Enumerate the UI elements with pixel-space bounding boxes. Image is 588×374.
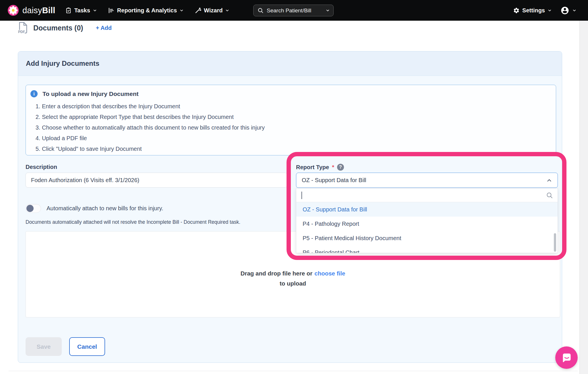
brand-name: daisyBill	[22, 6, 55, 15]
browser-scrollbar-track[interactable]	[579, 21, 588, 374]
page-footer-divider	[9, 371, 578, 371]
dropdown-search-input[interactable]	[296, 188, 558, 202]
dropzone-line1: Drag and drop file here orchoose file	[26, 268, 560, 278]
top-navbar: daisyBill Tasks Reporting & Analytics	[0, 0, 588, 21]
dropdown-option-p4[interactable]: P4 - Pathology Report	[296, 217, 558, 231]
text-cursor	[301, 192, 302, 199]
nav-tasks-label: Tasks	[74, 7, 90, 14]
brand-logo[interactable]: daisyBill	[7, 5, 55, 16]
help-icon[interactable]: ?	[337, 164, 344, 171]
report-type-label-row: Report Type * ?	[296, 164, 344, 171]
instruction-step: Enter a description that describes the I…	[42, 101, 556, 112]
report-type-dropdown: OZ - Support Data for Bill P4 - Patholog…	[296, 188, 558, 253]
nav-wizard-label: Wizard	[204, 7, 223, 14]
add-document-button[interactable]: + Add	[96, 25, 112, 31]
add-injury-documents-card: Add Injury Documents i To upload a new I…	[18, 51, 562, 363]
auto-attach-toggle[interactable]	[26, 204, 41, 213]
page-title: Documents (0)	[33, 24, 83, 32]
info-title: To upload a new Injury Document	[42, 90, 138, 97]
user-avatar-icon	[560, 6, 569, 15]
chevron-down-icon	[326, 8, 330, 13]
search-icon	[258, 7, 264, 14]
report-type-label: Report Type	[296, 164, 329, 171]
cancel-button[interactable]: Cancel	[69, 337, 105, 356]
toggle-knob	[26, 205, 34, 212]
chevron-down-icon	[93, 8, 97, 13]
instruction-steps: Enter a description that describes the I…	[30, 101, 556, 154]
upload-instructions-box: i To upload a new Injury Document Enter …	[26, 85, 556, 155]
dropzone-text: Drag and drop file here or	[241, 270, 313, 277]
card-header: Add Injury Documents	[18, 51, 562, 76]
app-root: daisyBill Tasks Reporting & Analytics	[0, 0, 588, 374]
instruction-step: Click "Upload" to save Injury Document	[42, 144, 556, 154]
magic-wand-icon	[195, 7, 201, 14]
daisy-flower-icon	[7, 5, 19, 16]
chat-launcher-button[interactable]	[555, 346, 578, 369]
gear-icon	[513, 7, 520, 14]
dropdown-scrollbar-thumb[interactable]	[554, 233, 556, 252]
dropdown-option-p6[interactable]: P6 - Periodontal Chart	[296, 245, 558, 253]
clipboard-icon	[65, 7, 72, 14]
nav-reporting-label: Reporting & Analytics	[117, 7, 177, 14]
search-icon	[546, 192, 553, 199]
pdf-document-icon: PDF	[18, 22, 28, 34]
auto-attach-note: Documents automatically attached will no…	[26, 219, 240, 225]
auto-attach-row: Automatically attach to new bills for th…	[26, 204, 163, 213]
description-value: Foden Authorization (6 Visits eff. 3/1/2…	[31, 177, 139, 184]
choose-file-link[interactable]: choose file	[314, 270, 345, 277]
nav-tasks-menu[interactable]: Tasks	[65, 7, 97, 14]
chevron-down-icon	[179, 8, 184, 13]
nav-settings-menu[interactable]: Settings	[513, 7, 552, 14]
description-input[interactable]: Foden Authorization (6 Visits eff. 3/1/2…	[26, 173, 287, 188]
auto-attach-label: Automatically attach to new bills for th…	[47, 205, 163, 212]
nav-menus: Tasks Reporting & Analytics Wizard	[65, 7, 230, 14]
report-type-selected-value: OZ - Support Data for Bill	[302, 177, 366, 184]
instruction-step: Upload a PDF file	[42, 133, 556, 144]
card-body: i To upload a new Injury Document Enter …	[18, 76, 562, 363]
report-type-select[interactable]: OZ - Support Data for Bill	[296, 173, 558, 188]
svg-text:PDF: PDF	[18, 30, 25, 34]
chat-bubble-icon	[560, 352, 572, 364]
info-icon: i	[30, 90, 38, 97]
nav-settings-label: Settings	[522, 7, 545, 14]
nav-right-cluster: Settings	[513, 0, 577, 21]
documents-header: PDF Documents (0) + Add	[18, 22, 112, 34]
dropdown-option-p5[interactable]: P5 - Patient Medical History Document	[296, 231, 558, 245]
chevron-down-icon	[572, 8, 577, 13]
nav-account-menu[interactable]	[560, 6, 577, 15]
instruction-step: Choose whether to automatically attach t…	[42, 122, 556, 133]
bar-chart-icon	[108, 7, 115, 14]
patient-bill-search[interactable]: Search Patient/Bill	[253, 5, 334, 16]
info-title-row: i To upload a new Injury Document	[30, 90, 556, 97]
chevron-down-icon	[548, 8, 552, 13]
save-button[interactable]: Save	[26, 337, 62, 356]
search-placeholder: Search Patient/Bill	[267, 7, 311, 14]
dropzone-line2: to upload	[26, 278, 560, 288]
description-label: Description	[26, 164, 57, 170]
required-asterisk: *	[332, 164, 334, 171]
instruction-step: Select the appropriate Report Type that …	[42, 112, 556, 122]
nav-wizard-menu[interactable]: Wizard	[195, 7, 229, 14]
chevron-down-icon	[225, 8, 229, 13]
dropdown-option-oz[interactable]: OZ - Support Data for Bill	[296, 202, 558, 217]
card-title: Add Injury Documents	[26, 59, 99, 68]
chevron-up-icon	[546, 177, 552, 184]
nav-reporting-menu[interactable]: Reporting & Analytics	[108, 7, 184, 14]
